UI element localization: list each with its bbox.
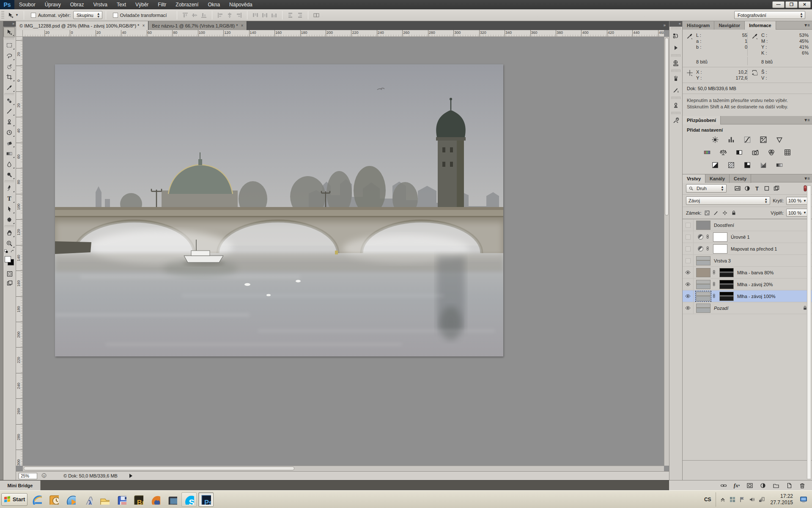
menu-filtr[interactable]: Filtr: [153, 0, 171, 9]
brush-settings-panel-icon[interactable]: [669, 84, 682, 96]
document-tab-2[interactable]: Bez názvu-1 @ 66,7% (Vrstva 1,RGB/8) *×: [148, 21, 247, 30]
filter-shape-icon[interactable]: [763, 185, 771, 192]
auto-select-checkbox[interactable]: [31, 13, 36, 18]
hand-tool[interactable]: [3, 227, 15, 238]
marquee-tool[interactable]: [3, 40, 15, 50]
sphere-panel-icon[interactable]: [669, 57, 682, 69]
layer-row[interactable]: Vrstva 3: [683, 255, 812, 267]
path-select-tool[interactable]: [3, 204, 15, 214]
adj-invert-button[interactable]: [710, 161, 720, 169]
layers-scrollbar[interactable]: [807, 185, 811, 479]
status-options-arrow[interactable]: [129, 474, 132, 478]
panel-menu-icon[interactable]: ▼≡: [804, 176, 809, 181]
adj-selective-button[interactable]: [759, 161, 768, 169]
layer-mask-thumbnail[interactable]: [713, 244, 727, 254]
menu-zobrazen[interactable]: Zobrazení: [171, 0, 203, 9]
canvas-area[interactable]: [23, 37, 664, 466]
menu-text[interactable]: Text: [112, 0, 131, 9]
eyedropper-tool[interactable]: [3, 82, 15, 93]
tab-kanály[interactable]: Kanály: [705, 174, 730, 183]
layer-filter-dropdown[interactable]: Druh ▲▼: [686, 184, 727, 193]
ie-taskbar-icon[interactable]: [29, 492, 44, 507]
lambda-taskbar-icon[interactable]: λ: [80, 492, 95, 507]
tab-informace[interactable]: Informace: [745, 21, 776, 30]
color-swatches[interactable]: [3, 255, 15, 268]
flag-icon[interactable]: [739, 496, 746, 503]
blur-tool[interactable]: [3, 159, 15, 169]
swap-colors-icon[interactable]: [10, 249, 15, 254]
pen-tool[interactable]: [3, 182, 15, 193]
skype-taskbar-icon[interactable]: S: [181, 492, 197, 507]
move-tool[interactable]: [3, 27, 15, 37]
menu-soubor[interactable]: Soubor: [14, 0, 40, 9]
fx-button[interactable]: fx▾: [733, 482, 741, 489]
horizontal-scroll-thumb[interactable]: [24, 467, 294, 470]
history-brush-tool[interactable]: [3, 127, 15, 138]
visibility-toggle-empty[interactable]: [683, 243, 694, 254]
tab-vrstvy[interactable]: Vrstvy: [683, 174, 705, 183]
foreground-color[interactable]: [5, 256, 11, 262]
align-top-icon[interactable]: [181, 11, 189, 19]
tab-close-icon[interactable]: ×: [142, 23, 145, 28]
new-layer-button[interactable]: [785, 482, 793, 489]
clone-source-panel-icon[interactable]: [669, 99, 682, 111]
adj-posterize-button[interactable]: [727, 161, 736, 169]
mini-bridge-tab[interactable]: Mini Bridge: [0, 480, 41, 490]
tab-histogram[interactable]: Histogram: [683, 21, 714, 30]
adj-gradmap-button[interactable]: [775, 161, 784, 169]
mask-button[interactable]: [746, 482, 754, 489]
layer-row[interactable]: Mlha - závoj 100%: [683, 290, 812, 302]
firefox-taskbar-icon[interactable]: [148, 492, 163, 507]
dist-bottom-icon[interactable]: [270, 11, 278, 19]
align-hcenter-icon[interactable]: [225, 11, 234, 19]
layer-thumbnail[interactable]: [696, 304, 710, 313]
close-button[interactable]: ✕: [798, 1, 811, 8]
adj-hue-button[interactable]: [702, 148, 712, 157]
folder-button[interactable]: [772, 482, 780, 489]
menu-npovda[interactable]: Nápověda: [225, 0, 257, 9]
lock-transparent-button[interactable]: [704, 210, 710, 216]
visibility-toggle-empty[interactable]: [683, 219, 694, 231]
tab-navigátor[interactable]: Navigátor: [714, 21, 745, 30]
crop-tool[interactable]: [3, 72, 15, 82]
shape-tool[interactable]: [3, 214, 15, 225]
lock-move-button[interactable]: [722, 210, 728, 216]
explorer-taskbar-icon[interactable]: [97, 492, 112, 507]
blend-mode-dropdown[interactable]: Závoj ▲▼: [686, 196, 770, 205]
dist-vcenter-icon[interactable]: [261, 11, 269, 19]
menu-okna[interactable]: Okna: [203, 0, 225, 9]
zoom-level-input[interactable]: 25%: [19, 473, 37, 479]
trash-button[interactable]: [798, 482, 806, 489]
language-indicator[interactable]: CS: [700, 497, 716, 502]
show-desktop-icon[interactable]: [798, 494, 809, 505]
adj-balance-button[interactable]: [719, 148, 728, 157]
healing-tool[interactable]: [3, 95, 15, 106]
opacity-input[interactable]: 100 %▼: [786, 197, 809, 205]
type-tool[interactable]: T: [3, 193, 15, 204]
align-right-icon[interactable]: [235, 11, 243, 19]
dist-left-icon[interactable]: [286, 11, 295, 19]
visibility-toggle-empty[interactable]: [683, 231, 694, 243]
panel-menu-icon[interactable]: ▼≡: [804, 118, 809, 122]
visibility-eye-icon[interactable]: [683, 279, 694, 290]
tab-close-icon[interactable]: ×: [241, 23, 244, 28]
visibility-eye-icon[interactable]: [683, 302, 694, 314]
layer-row[interactable]: Doostření: [683, 219, 812, 231]
layer-thumbnail[interactable]: [696, 292, 710, 301]
menu-obraz[interactable]: Obraz: [66, 0, 89, 9]
align-bottom-icon[interactable]: [200, 11, 208, 19]
move-tool-badge[interactable]: ▼: [5, 12, 20, 19]
gradient-tool[interactable]: [3, 148, 15, 159]
tab-adjustments[interactable]: Přizpůsobení: [683, 116, 721, 124]
minimize-button[interactable]: —: [772, 1, 785, 8]
speaker-icon[interactable]: [749, 496, 755, 503]
outlook-taskbar-icon[interactable]: [46, 492, 61, 507]
dock-collapse-button[interactable]: «: [669, 21, 682, 27]
clock[interactable]: 17:22 27.7.2015: [768, 493, 796, 506]
photoshop-taskbar-icon[interactable]: Ps: [198, 492, 214, 507]
quick-select-tool[interactable]: [3, 61, 15, 72]
menu-vbr[interactable]: Výběr: [131, 0, 153, 9]
panel-menu-icon[interactable]: ▼≡: [804, 23, 809, 28]
menu-vrstva[interactable]: Vrstva: [88, 0, 112, 9]
start-button[interactable]: Start: [1, 493, 27, 506]
